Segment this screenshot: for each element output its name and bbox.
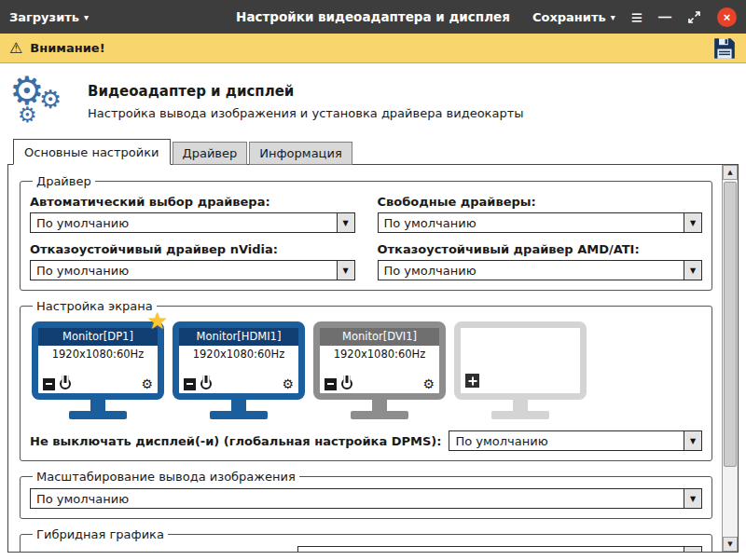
monitor-card-dp1[interactable]: ★ Monitor[DP1] 1920x1080:60Hz ⚙ (32, 321, 164, 419)
content-panel: Драйвер Автоматический выбор драйвера: П… (7, 164, 739, 553)
main-menu-button[interactable]: ≡ (631, 7, 642, 27)
monitor-settings-gear-icon[interactable]: ⚙ (141, 377, 153, 390)
titlebar: Настройки видеоадаптера и дисплея Загруз… (0, 0, 746, 34)
group-screen: Настройка экрана ★ Monitor[DP1] 1920x108… (20, 299, 712, 461)
tab-driver[interactable]: Драйвер (173, 142, 248, 165)
tab-information[interactable]: Информация (249, 142, 352, 165)
combo-value: По умолчанию (379, 213, 684, 232)
monitor-row: ★ Monitor[DP1] 1920x1080:60Hz ⚙ (32, 321, 702, 419)
hamburger-icon: ≡ (631, 7, 642, 27)
close-button[interactable]: × (717, 7, 737, 27)
page-subtitle: Настройка вывода изображения и установка… (88, 106, 524, 120)
remove-monitor-icon[interactable] (325, 378, 337, 390)
power-icon[interactable] (60, 378, 71, 389)
chevron-down-icon[interactable]: ▼ (684, 213, 701, 232)
group-driver-legend: Драйвер (33, 174, 95, 188)
scrollbar-track[interactable] (723, 180, 738, 537)
group-hybrid: Гибридная графика Только дискретное виде… (20, 527, 712, 552)
app-window: Настройки видеоадаптера и дисплея Загруз… (0, 0, 746, 560)
field-discrete-video: Только дискретное видео (AMD/ATI): По ум… (30, 546, 702, 552)
combo-value: По умолчанию (31, 489, 684, 508)
chevron-down-icon: ▾ (84, 12, 89, 22)
primary-star-icon: ★ (147, 309, 168, 333)
field-label: Отказоустойчивый драйвер AMD/ATI: (378, 242, 703, 256)
auto-driver-select[interactable]: По умолчанию ▼ (30, 212, 355, 233)
page-title: Видеоадаптер и дисплей (88, 83, 524, 100)
amdati-failsafe-select[interactable]: По умолчанию ▼ (378, 260, 703, 280)
close-icon: × (724, 11, 731, 23)
warning-bar: ⚠ Внимание! (0, 34, 746, 63)
monitor-card-hdmi1[interactable]: Monitor[HDMI1] 1920x1080:60Hz ⚙ (173, 321, 305, 419)
combo-value: По умолчанию (449, 431, 684, 450)
quick-save-button[interactable] (712, 36, 737, 61)
field-label: Свободные драйверы: (378, 195, 703, 209)
maximize-button[interactable] (687, 10, 701, 24)
monitor-name: Monitor[DP1] (38, 328, 158, 346)
field-label: Автоматический выбор драйвера: (30, 195, 355, 209)
scroll-area: Драйвер Автоматический выбор драйвера: П… (8, 165, 722, 552)
field-label: Только дискретное видео (AMD/ATI): (30, 550, 290, 553)
chevron-down-icon[interactable]: ▼ (337, 213, 354, 232)
group-screen-legend: Настройка экрана (33, 299, 157, 313)
scrollbar-thumb[interactable] (724, 182, 737, 467)
field-free-drivers: Свободные драйверы: По умолчанию ▼ (378, 193, 703, 233)
chevron-down-icon[interactable]: ▼ (684, 261, 701, 280)
warning-text: Внимание! (30, 41, 104, 55)
group-hybrid-legend: Гибридная графика (33, 527, 168, 541)
minimize-icon: — (658, 9, 671, 24)
scroll-up-icon: ▲ (727, 169, 732, 176)
scroll-up-button[interactable]: ▲ (723, 165, 738, 180)
field-dpms: Не выключать дисплей(-и) (глобальная нас… (30, 430, 702, 451)
scaling-select[interactable]: По умолчанию ▼ (30, 488, 702, 509)
chevron-down-icon[interactable]: ▼ (684, 547, 701, 552)
save-menu-button[interactable]: Сохранить ▾ (532, 10, 615, 24)
discrete-video-select[interactable]: По умолчанию ▼ (297, 546, 702, 552)
warning-icon: ⚠ (9, 41, 22, 56)
free-drivers-select[interactable]: По умолчанию ▼ (378, 212, 703, 233)
field-label: Не выключать дисплей(-и) (глобальная нас… (30, 434, 441, 448)
combo-value: По умолчанию (31, 213, 337, 232)
save-menu-label: Сохранить (532, 10, 606, 24)
monitor-name: Monitor[HDMI1] (179, 328, 298, 346)
chevron-down-icon[interactable]: ▼ (684, 489, 701, 508)
combo-value: По умолчанию (31, 261, 337, 280)
save-icon (712, 36, 737, 61)
monitor-settings-gear-icon[interactable]: ⚙ (422, 377, 435, 390)
combo-value: По умолчанию (379, 261, 684, 280)
nvidia-failsafe-select[interactable]: По умолчанию ▼ (30, 260, 355, 280)
field-auto-driver: Автоматический выбор драйвера: По умолча… (30, 193, 355, 233)
expand-icon (687, 10, 701, 24)
load-menu-label: Загрузить (9, 10, 79, 24)
power-icon[interactable] (200, 378, 212, 389)
tab-main-settings[interactable]: Основные настройки (13, 139, 171, 165)
remove-monitor-icon[interactable] (184, 378, 196, 390)
add-monitor-icon[interactable] (465, 374, 479, 388)
group-scaling: Масштабирование вывода изображения По ум… (20, 470, 712, 519)
vertical-scrollbar[interactable]: ▲ ▼ (722, 165, 738, 552)
add-monitor-card[interactable] (454, 321, 587, 419)
field-label: Отказоустойчивый драйвер nVidia: (30, 242, 355, 256)
power-icon[interactable] (341, 378, 352, 389)
chevron-down-icon: ▾ (611, 12, 615, 22)
gears-icon: ⚙ ⚙ ⚙ (9, 75, 67, 129)
monitor-card-dvi1[interactable]: Monitor[DVI1] 1920x1080:60Hz ⚙ (313, 321, 446, 419)
monitor-resolution: 1920x1080:60Hz (38, 346, 158, 362)
group-driver: Драйвер Автоматический выбор драйвера: П… (20, 174, 712, 291)
monitor-name: Monitor[DVI1] (320, 328, 439, 346)
chevron-down-icon[interactable]: ▼ (684, 431, 701, 450)
tab-bar: Основные настройки Драйвер Информация (0, 138, 746, 164)
monitor-resolution: 1920x1080:60Hz (320, 346, 439, 362)
load-menu-button[interactable]: Загрузить ▾ (9, 10, 89, 24)
monitor-settings-gear-icon[interactable]: ⚙ (282, 377, 294, 390)
group-scaling-legend: Масштабирование вывода изображения (33, 470, 299, 484)
field-nvidia-failsafe: Отказоустойчивый драйвер nVidia: По умол… (30, 240, 355, 280)
remove-monitor-icon[interactable] (43, 378, 55, 390)
scroll-down-icon: ▼ (727, 540, 732, 548)
scroll-down-button[interactable]: ▼ (723, 537, 738, 552)
minimize-button[interactable]: — (658, 9, 671, 24)
page-header: ⚙ ⚙ ⚙ Видеоадаптер и дисплей Настройка в… (0, 63, 746, 138)
dpms-select[interactable]: По умолчанию ▼ (449, 430, 702, 451)
chevron-down-icon[interactable]: ▼ (337, 261, 354, 280)
combo-value: По умолчанию (298, 547, 684, 552)
field-amdati-failsafe: Отказоустойчивый драйвер AMD/ATI: По умо… (378, 240, 703, 280)
